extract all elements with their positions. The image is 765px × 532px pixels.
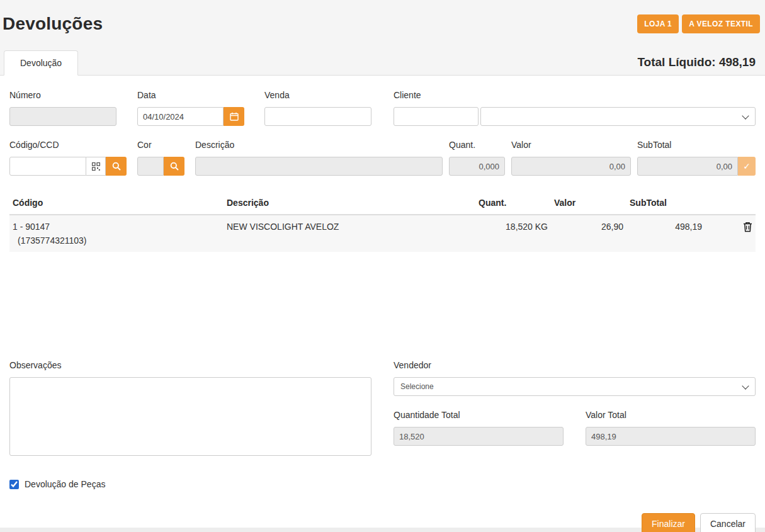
- row-codigo-line2: (1735774321103): [13, 235, 220, 246]
- cliente-select[interactable]: [480, 107, 756, 126]
- field-valor: Valor: [511, 140, 631, 176]
- vendedor-label: Vendedor: [394, 360, 756, 370]
- devolucao-pecas-label: Devolução de Peças: [25, 479, 105, 489]
- quant-input: [449, 157, 505, 176]
- vendedor-select[interactable]: Selecione: [394, 377, 756, 396]
- field-valor-total: Valor Total: [586, 410, 756, 446]
- quantidade-total-label: Quantidade Total: [394, 410, 564, 420]
- form-row-1: Número Data: [9, 90, 756, 126]
- codigo-search-button[interactable]: [106, 157, 127, 176]
- vendedor-select-wrap: Selecione: [394, 377, 756, 396]
- check-icon: ✓: [743, 161, 751, 171]
- field-quantidade-total: Quantidade Total: [394, 410, 564, 446]
- valor-label: Valor: [511, 140, 631, 150]
- codigo-input-group: [9, 157, 127, 176]
- content: Número Data: [0, 76, 765, 528]
- cliente-select-wrap: [480, 107, 756, 126]
- col-actions: [705, 191, 756, 215]
- totals-section: Vendedor Selecione Quantidade Total Valo…: [394, 360, 756, 458]
- tab-bar: Devolução Total Líquido: 498,19: [0, 47, 765, 76]
- tab-devolucao[interactable]: Devolução: [4, 50, 78, 76]
- row-subtotal: 498,19: [626, 215, 705, 252]
- row-actions: [705, 215, 756, 252]
- valor-total-label: Valor Total: [586, 410, 756, 420]
- col-descricao: Descrição: [224, 191, 475, 215]
- store-button[interactable]: LOJA 1: [637, 14, 679, 33]
- barcode-button[interactable]: [86, 157, 106, 176]
- field-cor: Cor: [137, 140, 184, 176]
- field-data: Data: [137, 90, 244, 126]
- row-quant: 18,520 KG: [475, 215, 551, 252]
- cancelar-button[interactable]: Cancelar: [700, 513, 756, 532]
- delete-item-button[interactable]: [743, 222, 752, 234]
- venda-input[interactable]: [264, 107, 371, 126]
- row-codigo-line1: 1 - 90147: [13, 222, 50, 232]
- cliente-label: Cliente: [394, 90, 756, 100]
- observacoes-textarea[interactable]: [9, 377, 371, 456]
- form-row-2: Código/CCD: [9, 140, 756, 176]
- descricao-input: [195, 157, 443, 176]
- confirm-item-button[interactable]: ✓: [738, 157, 756, 176]
- row-descricao: NEW VISCOLIGHT AVELOZ: [224, 215, 475, 252]
- cliente-code-input[interactable]: [394, 107, 479, 126]
- col-codigo: Código: [9, 191, 224, 215]
- valor-input: [511, 157, 631, 176]
- total-liquido-value: 498,19: [719, 55, 756, 69]
- subtotal-label: SubTotal: [637, 140, 756, 150]
- cor-input: [137, 157, 164, 176]
- total-liquido: Total Líquido: 498,19: [637, 55, 756, 75]
- page-title: Devoluções: [3, 14, 103, 34]
- search-icon: [170, 162, 179, 171]
- field-descricao: Descrição: [195, 140, 443, 176]
- col-subtotal: SubTotal: [626, 191, 705, 215]
- devolucao-pecas-checkbox[interactable]: [9, 480, 19, 489]
- cor-input-group: [137, 157, 184, 176]
- cliente-input-group: [394, 107, 756, 126]
- devolucoes-page: Devoluções LOJA 1 A VELOZ TEXTIL Devoluç…: [0, 0, 765, 528]
- search-icon: [112, 162, 121, 171]
- field-subtotal: SubTotal ✓: [637, 140, 756, 176]
- footer-actions: Finalizar Cancelar: [9, 513, 756, 532]
- codigo-ccd-input[interactable]: [9, 157, 86, 176]
- items-table: Código Descrição Quant. Valor SubTotal 1…: [9, 191, 756, 252]
- tab-devolucao-label: Devolução: [20, 58, 62, 68]
- valor-total-input: [586, 427, 756, 446]
- row-valor: 26,90: [551, 215, 626, 252]
- field-cliente: Cliente: [394, 90, 756, 126]
- devolucao-pecas-row: Devolução de Peças: [9, 479, 756, 489]
- cor-label: Cor: [137, 140, 184, 150]
- data-input-group: [137, 107, 244, 126]
- lower-section: Observações Vendedor Selecione Quantidad…: [9, 360, 756, 458]
- field-numero: Número: [9, 90, 116, 126]
- field-codigo-ccd: Código/CCD: [9, 140, 127, 176]
- numero-label: Número: [9, 90, 116, 100]
- numero-input: [9, 107, 116, 126]
- table-header-row: Código Descrição Quant. Valor SubTotal: [9, 191, 756, 215]
- codigo-ccd-label: Código/CCD: [9, 140, 127, 150]
- finalizar-button[interactable]: Finalizar: [642, 513, 695, 532]
- field-quant: Quant.: [449, 140, 505, 176]
- subtotal-input: [637, 157, 738, 176]
- company-button[interactable]: A VELOZ TEXTIL: [682, 14, 760, 33]
- calendar-button[interactable]: [224, 107, 244, 126]
- data-label: Data: [137, 90, 244, 100]
- col-valor: Valor: [551, 191, 626, 215]
- cor-search-button[interactable]: [164, 157, 184, 176]
- descricao-label: Descrição: [195, 140, 443, 150]
- total-liquido-label: Total Líquido:: [637, 55, 715, 69]
- row-codigo: 1 - 90147 (1735774321103): [9, 215, 224, 252]
- col-quant: Quant.: [475, 191, 551, 215]
- quant-label: Quant.: [449, 140, 505, 150]
- header-buttons: LOJA 1 A VELOZ TEXTIL: [637, 14, 760, 33]
- trash-icon: [743, 222, 752, 232]
- subtotal-input-group: ✓: [637, 157, 756, 176]
- observacoes-label: Observações: [9, 360, 371, 370]
- field-vendedor: Vendedor Selecione: [394, 360, 756, 396]
- totals-row: Quantidade Total Valor Total: [394, 410, 756, 446]
- barcode-icon: [92, 162, 100, 171]
- observacoes-field: Observações: [9, 360, 371, 458]
- data-input[interactable]: [137, 107, 224, 126]
- quantidade-total-input: [394, 427, 564, 446]
- header: Devoluções LOJA 1 A VELOZ TEXTIL: [0, 0, 765, 47]
- calendar-icon: [230, 112, 239, 121]
